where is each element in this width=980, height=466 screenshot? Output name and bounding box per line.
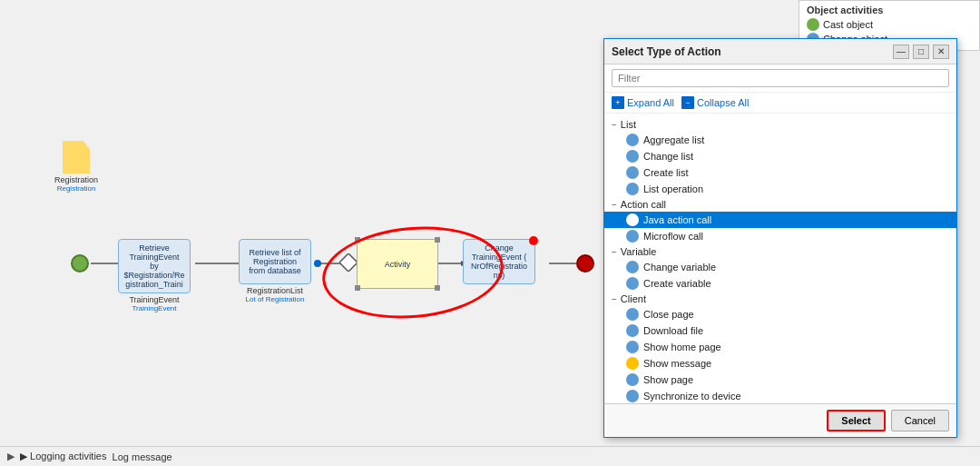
section-action-call[interactable]: − Action call (604, 197, 956, 212)
dialog-title: Select Type of Action (612, 45, 721, 58)
registration-label: Registration (54, 175, 98, 184)
show-home-page-label: Show home page (643, 342, 721, 352)
item-create-list[interactable]: Create list (604, 164, 956, 181)
select-label: Select (841, 415, 870, 426)
section-variable[interactable]: − Variable (604, 244, 956, 259)
microflow-label: Microflow call (643, 231, 703, 242)
item-aggregate-list[interactable]: Aggregate list (604, 132, 956, 148)
minimize-button[interactable]: — (893, 45, 909, 59)
registration-sublabel: Registration (57, 184, 96, 193)
show-message-icon (626, 357, 639, 370)
close-page-icon (626, 308, 639, 321)
node-retrieve1[interactable]: Retrieve TrainingEvent by $Registration/… (118, 239, 191, 312)
section-action-call-label: Action call (621, 199, 666, 210)
expand-all-button[interactable]: + Expand All (612, 96, 674, 109)
node-change[interactable]: Change TrainingEvent ( NrOfRegistratio n… (463, 239, 535, 284)
show-home-page-icon (626, 341, 639, 353)
filter-input[interactable] (612, 69, 949, 87)
item-change-list[interactable]: Change list (604, 148, 956, 164)
item-list-operation[interactable]: List operation (604, 181, 956, 197)
svg-marker-9 (339, 253, 358, 272)
node-retrieve2-label: Retrieve list of Registration from datab… (245, 248, 305, 275)
dialog-controls: — □ ✕ (893, 45, 949, 59)
bottom-text: ▶ Logging activities (20, 451, 106, 462)
registration-icon (63, 141, 90, 174)
node-retrieve1-label: Retrieve TrainingEvent by $Registration/… (123, 243, 184, 289)
section-list-label: List (621, 119, 636, 130)
close-page-label: Close page (643, 309, 694, 320)
expand-collapse-row: + Expand All − Collapse All (604, 93, 956, 114)
cancel-label: Cancel (905, 415, 936, 426)
obj-activities-header: Object activities (807, 5, 972, 15)
collapse-all-button[interactable]: − Collapse All (681, 96, 749, 109)
collapse-all-label: Collapse All (697, 97, 749, 108)
connector-lines (0, 0, 599, 466)
error-indicator (529, 236, 538, 245)
show-page-label: Show page (643, 374, 693, 385)
java-action-icon (626, 213, 639, 226)
node-retrieve1-sublabel1: TrainingEvent (129, 295, 179, 304)
list-toggle-icon: − (612, 120, 617, 130)
variable-toggle-icon: − (612, 247, 617, 257)
node-retrieve2-sublabel1: RegistrationList (247, 286, 303, 295)
microflow-icon (626, 230, 639, 243)
item-close-page[interactable]: Close page (604, 306, 956, 322)
item-show-home-page[interactable]: Show home page (604, 339, 956, 355)
action-call-toggle-icon: − (612, 200, 617, 210)
create-list-icon (626, 166, 639, 179)
aggregate-list-label: Aggregate list (643, 134, 704, 145)
expand-icon: + (612, 96, 624, 109)
item-download-file[interactable]: Download file (604, 322, 956, 339)
node-change-label: Change TrainingEvent ( NrOfRegistratio n… (469, 243, 529, 280)
obj-cast[interactable]: Cast object (807, 17, 972, 32)
item-create-variable[interactable]: Create variable (604, 275, 956, 292)
node-activity[interactable]: Activity (357, 239, 438, 289)
item-change-variable[interactable]: Change variable (604, 259, 956, 275)
item-show-message[interactable]: Show message (604, 355, 956, 372)
item-java-action-call[interactable]: Java action call (604, 212, 956, 228)
sync-device-icon (626, 390, 639, 402)
svg-point-8 (314, 260, 321, 267)
download-file-icon (626, 324, 639, 337)
select-button[interactable]: Select (827, 410, 885, 431)
diamond-connector (339, 253, 358, 272)
registration-node: Registration Registration (54, 141, 98, 193)
list-operation-label: List operation (643, 183, 703, 194)
aggregate-list-icon (626, 134, 639, 146)
node-retrieve2-sublabel2: Lot of Registration (246, 295, 305, 303)
node-retrieve1-sublabel2: TrainingEvent (132, 304, 176, 312)
create-variable-label: Create variable (643, 278, 711, 289)
show-page-icon (626, 373, 639, 386)
maximize-button[interactable]: □ (913, 45, 929, 59)
list-operation-icon (626, 183, 639, 195)
item-microflow-call[interactable]: Microflow call (604, 228, 956, 244)
node-retrieve2[interactable]: Retrieve list of Registration from datab… (239, 239, 311, 303)
collapse-icon: − (681, 96, 694, 109)
bottom-sub: Log message (113, 451, 172, 462)
tree-list: − List Aggregate list Change list Create… (604, 114, 956, 403)
filter-row (604, 64, 956, 93)
end-circle (576, 254, 594, 273)
cast-icon (807, 18, 819, 31)
select-type-dialog: Select Type of Action — □ ✕ + Expand All… (603, 38, 957, 438)
change-list-icon (626, 150, 639, 163)
client-toggle-icon: − (612, 294, 617, 304)
sync-device-label: Synchronize to device (643, 391, 741, 402)
item-show-page[interactable]: Show page (604, 372, 956, 388)
item-sync-device[interactable]: Synchronize to device (604, 388, 956, 403)
start-circle (71, 254, 89, 273)
change-variable-icon (626, 261, 639, 273)
section-client-label: Client (621, 293, 646, 304)
dialog-titlebar: Select Type of Action — □ ✕ (604, 39, 956, 64)
bottom-arrow-icon: ▶ (7, 451, 15, 462)
cast-label: Cast object (823, 19, 873, 30)
java-action-label: Java action call (643, 214, 711, 225)
change-variable-label: Change variable (643, 262, 716, 273)
download-file-label: Download file (643, 325, 703, 336)
create-list-label: Create list (643, 167, 689, 178)
cancel-button[interactable]: Cancel (891, 410, 949, 431)
change-list-label: Change list (643, 151, 693, 162)
section-client[interactable]: − Client (604, 292, 956, 306)
section-list[interactable]: − List (604, 117, 956, 132)
close-button[interactable]: ✕ (933, 45, 949, 59)
